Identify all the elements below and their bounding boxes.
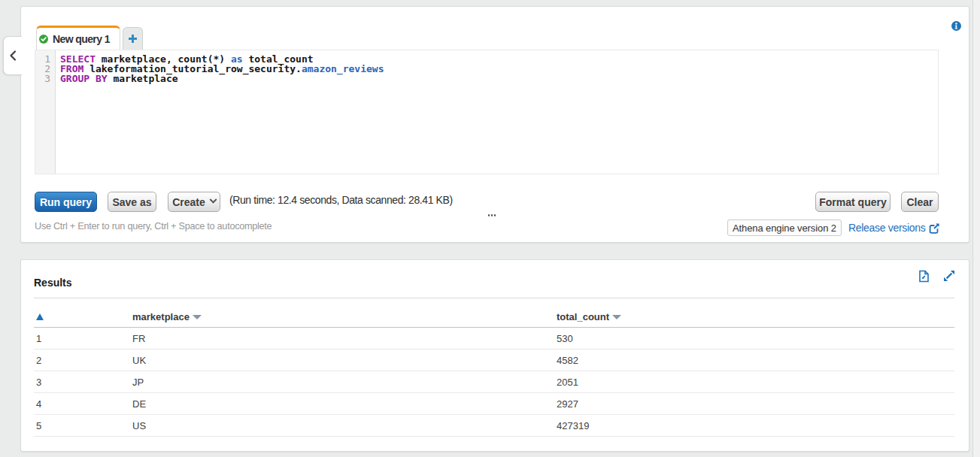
results-table-row: 4DE2927 xyxy=(34,393,954,415)
column-header-total-count: total_count xyxy=(557,311,954,322)
results-table-cell: 4 xyxy=(34,398,132,410)
tab-label: New query 1 xyxy=(53,33,110,45)
download-file-icon[interactable] xyxy=(918,270,930,283)
results-table-cell: 5 xyxy=(34,420,132,431)
engine-version-badge: Athena engine version 2 xyxy=(727,219,842,236)
sql-editor[interactable]: 123 SELECT marketplace, count(*) as tota… xyxy=(35,50,939,174)
results-table-cell: US xyxy=(132,420,557,431)
run-query-button[interactable]: Run query xyxy=(35,192,97,212)
column-header-marketplace: marketplace xyxy=(132,311,557,322)
tab-new-query-1[interactable]: New query 1 xyxy=(36,26,120,50)
sql-code-line: GROUP BY marketplace xyxy=(60,74,384,83)
results-header-row: marketplace total_count xyxy=(34,306,954,328)
release-versions-link[interactable]: Release versions xyxy=(848,222,926,234)
column-header-marketplace-label[interactable]: marketplace xyxy=(132,311,202,322)
results-table-cell: 3 xyxy=(34,377,132,388)
new-tab-button[interactable] xyxy=(123,27,143,50)
plus-icon xyxy=(128,34,138,44)
editor-line-numbers: 123 xyxy=(35,50,56,174)
info-icon[interactable] xyxy=(951,21,961,31)
results-table-row: 1FR530 xyxy=(34,328,954,350)
column-header-text: marketplace xyxy=(132,311,190,322)
run-stats-text: (Run time: 12.4 seconds, Data scanned: 2… xyxy=(229,194,453,206)
expand-results-icon[interactable] xyxy=(943,270,955,282)
results-table-row: 5US427319 xyxy=(34,415,954,437)
results-table-cell: 2 xyxy=(34,355,132,366)
column-header-row-number xyxy=(34,311,132,322)
sort-ascending-icon[interactable] xyxy=(36,313,44,320)
shortcut-hint-text: Use Ctrl + Enter to run query, Ctrl + Sp… xyxy=(35,221,272,232)
query-success-check-icon xyxy=(39,35,48,44)
query-editor-panel: New query 1 123 SELECT marketplace, coun… xyxy=(20,6,969,243)
results-table-cell: 530 xyxy=(557,333,954,344)
clear-button[interactable]: Clear xyxy=(901,192,939,212)
chevron-left-icon xyxy=(9,50,17,62)
column-menu-caret-icon[interactable] xyxy=(193,315,202,319)
collapse-sidebar-button[interactable] xyxy=(3,36,22,75)
format-query-button[interactable]: Format query xyxy=(815,192,890,212)
results-table-cell: 2927 xyxy=(557,398,954,410)
column-header-text: total_count xyxy=(557,311,609,322)
external-link-icon[interactable] xyxy=(929,222,940,234)
results-table-cell: 1 xyxy=(34,333,132,344)
sql-code[interactable]: SELECT marketplace, count(*) as total_co… xyxy=(60,54,384,83)
column-menu-caret-icon[interactable] xyxy=(612,315,621,319)
results-divider xyxy=(34,298,954,298)
create-button-label: Create xyxy=(172,196,205,208)
results-table: marketplace total_count 1FR5302UK45823JP… xyxy=(34,306,954,437)
query-actions: Run query Save as Create (Run time: 12.4… xyxy=(35,192,453,212)
results-table-row: 3JP2051 xyxy=(34,371,954,393)
results-table-row: 2UK4582 xyxy=(34,350,954,371)
results-panel: Results marketplace total_count xyxy=(20,259,969,452)
results-table-cell: 427319 xyxy=(557,420,954,431)
results-table-cell: 2051 xyxy=(557,377,954,388)
query-tabs: New query 1 xyxy=(36,26,143,50)
results-table-body: 1FR5302UK45823JP20514DE29275US427319 xyxy=(34,328,954,437)
page-scrollbar-track[interactable] xyxy=(972,0,980,457)
editor-resize-handle[interactable] xyxy=(487,213,496,218)
results-title: Results xyxy=(34,277,72,289)
create-button[interactable]: Create xyxy=(168,192,220,212)
results-table-cell: DE xyxy=(132,398,557,410)
results-table-cell: JP xyxy=(132,377,557,388)
save-as-button[interactable]: Save as xyxy=(108,192,156,212)
results-table-cell: FR xyxy=(132,333,557,344)
column-header-total-count-label[interactable]: total_count xyxy=(557,311,621,322)
chevron-down-icon xyxy=(209,196,217,204)
results-table-cell: UK xyxy=(132,355,557,366)
results-table-cell: 4582 xyxy=(557,355,954,366)
engine-version-row: Athena engine version 2 Release versions xyxy=(727,219,940,236)
